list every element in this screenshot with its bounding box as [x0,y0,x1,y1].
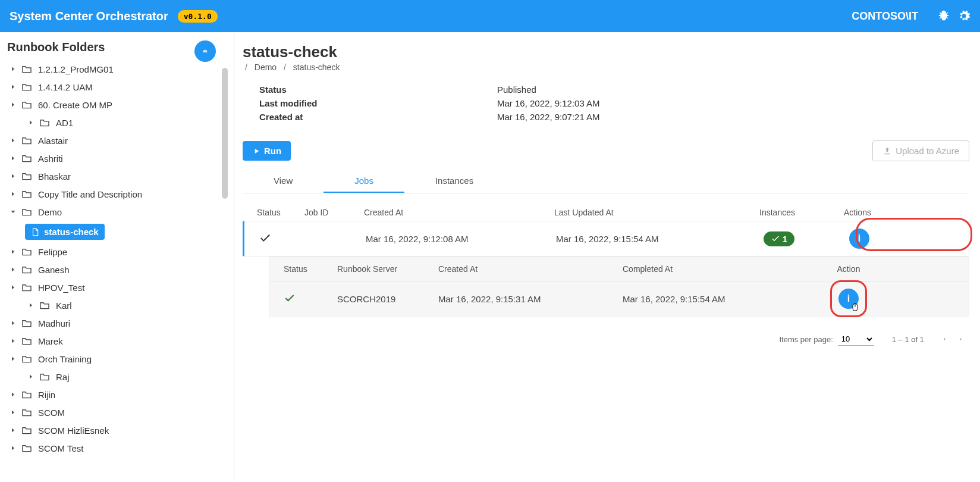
tree-folder[interactable]: Demo [4,203,229,221]
chevron-right-icon[interactable] [7,152,19,164]
next-page-button[interactable] [953,331,969,348]
folder-icon [21,337,32,345]
chevron-right-icon[interactable] [7,353,19,365]
last-modified-value: Mar 16, 2022, 9:12:03 AM [497,98,600,108]
tree-folder[interactable]: Karl [4,296,229,314]
tree-folder[interactable]: Bhaskar [4,167,229,185]
breadcrumb-current: status-check [293,62,340,72]
chevron-down-icon[interactable] [7,206,19,218]
col-instances: Instances [745,208,810,217]
breadcrumb-parent[interactable]: Demo [255,62,277,72]
prev-page-button[interactable] [936,331,953,348]
folder-icon [21,101,32,109]
folder-icon [39,373,50,381]
tab-view[interactable]: View [243,170,323,193]
tree-folder[interactable]: Marek [4,332,229,350]
tree-item-label: SCOM HizliEsnek [38,425,109,436]
folder-icon [21,65,32,73]
tree-item-label: Felippe [38,247,67,257]
status-label: Status [259,84,497,95]
chevron-right-icon[interactable] [7,170,19,182]
chevron-right-icon[interactable] [7,389,19,400]
breadcrumb: / Demo / status-check [243,62,969,72]
chevron-right-icon[interactable] [25,371,37,383]
tree-item-label: Copy Title and Description [38,189,142,199]
tree-folder[interactable]: AD1 [4,114,229,132]
tree-folder[interactable]: Ashriti [4,149,229,167]
tree-folder[interactable]: HPOV_Test [4,278,229,296]
chevron-right-icon[interactable] [7,246,19,258]
upload-label: Upload to Azure [896,146,959,156]
tree-folder[interactable]: SCOM [4,403,229,421]
chevron-right-icon[interactable] [7,281,19,293]
instances-badge[interactable]: 1 [764,231,794,246]
chevron-right-icon[interactable] [7,264,19,276]
sidebar-scrollbar[interactable] [222,68,228,199]
tree-folder[interactable]: 1.2.1.2_ProdMG01 [4,60,229,78]
tree-file[interactable]: status-check [4,221,229,243]
chevron-right-icon[interactable] [7,99,19,111]
chevron-right-icon[interactable] [7,63,19,75]
app-title: System Center Orchestrator [10,10,168,23]
instances-count: 1 [783,234,787,244]
chevron-right-icon[interactable] [7,442,19,454]
pagination: Items per page: 10 1 – 1 of 1 [243,331,969,348]
folder-icon [39,118,50,127]
tree-folder[interactable]: Copy Title and Description [4,185,229,203]
tree-item-label: 1.4.14.2 UAM [38,82,93,92]
collapse-sidebar-button[interactable] [194,40,216,62]
info-button[interactable]: i [849,229,869,249]
breadcrumb-sep: / [284,62,286,72]
tree-folder[interactable]: Felippe [4,243,229,261]
tree-folder[interactable]: SCOM HizliEsnek [4,421,229,439]
table-row: SCORCH2019 Mar 16, 2022, 9:15:31 AM Mar … [269,281,969,316]
chevron-right-icon[interactable] [7,81,19,93]
chevron-right-icon[interactable] [7,406,19,418]
tree-folder[interactable]: Ganesh [4,261,229,278]
tree-folder[interactable]: Rijin [4,386,229,403]
status-check-icon [259,231,306,246]
tree-folder[interactable]: Raj [4,368,229,386]
folder-icon [21,83,32,91]
sub-col-server: Runbook Server [337,264,438,274]
table-row[interactable]: Mar 16, 2022, 9:12:08 AM Mar 16, 2022, 9… [243,221,969,256]
check-icon [771,234,780,243]
tab-instances[interactable]: Instances [404,170,504,193]
tree-folder[interactable]: Orch Training [4,350,229,368]
chevron-right-icon[interactable] [7,335,19,347]
instances-subtable: Status Runbook Server Created At Complet… [269,256,969,317]
folder-icon [21,444,32,452]
chevron-right-icon[interactable] [7,317,19,329]
tree-item-label: Bhaskar [38,171,71,181]
chevron-right-icon[interactable] [7,424,19,436]
run-button[interactable]: Run [243,141,291,161]
items-per-page-select[interactable]: 10 [838,333,874,346]
upload-to-azure-button[interactable]: Upload to Azure [872,140,969,161]
gear-icon[interactable] [957,10,970,23]
tab-jobs[interactable]: Jobs [323,170,404,193]
chevron-right-icon[interactable] [25,299,37,311]
tree-item-label: Orch Training [38,354,92,364]
chevron-right-icon[interactable] [7,134,19,146]
folder-icon [21,172,32,180]
row-updated: Mar 16, 2022, 9:15:54 AM [556,234,746,244]
tree-item-label: 60. Create OM MP [38,100,112,110]
tree-folder[interactable]: Madhuri [4,314,229,332]
tree-folder[interactable]: 60. Create OM MP [4,96,229,114]
main-content: status-check / Demo / status-check Statu… [234,32,980,482]
chevron-right-icon[interactable] [25,117,37,129]
bug-icon[interactable] [937,10,950,23]
jobs-table-header: Status Job ID Created At Last Updated At… [243,204,969,221]
run-label: Run [264,146,281,156]
items-per-page-label: Items per page: [779,335,833,344]
created-at-value: Mar 16, 2022, 9:07:21 AM [497,112,600,122]
chevron-right-icon[interactable] [7,188,19,200]
folder-tree[interactable]: 1.2.1.2_ProdMG011.4.14.2 UAM60. Create O… [4,60,234,470]
col-updated: Last Updated At [554,208,745,217]
tree-folder[interactable]: 1.4.14.2 UAM [4,78,229,96]
folder-icon [21,190,32,198]
tree-folder[interactable]: Alastair [4,132,229,149]
tree-folder[interactable]: SCOM Test [4,439,229,457]
status-check-icon [284,292,337,306]
folder-icon [21,408,32,417]
